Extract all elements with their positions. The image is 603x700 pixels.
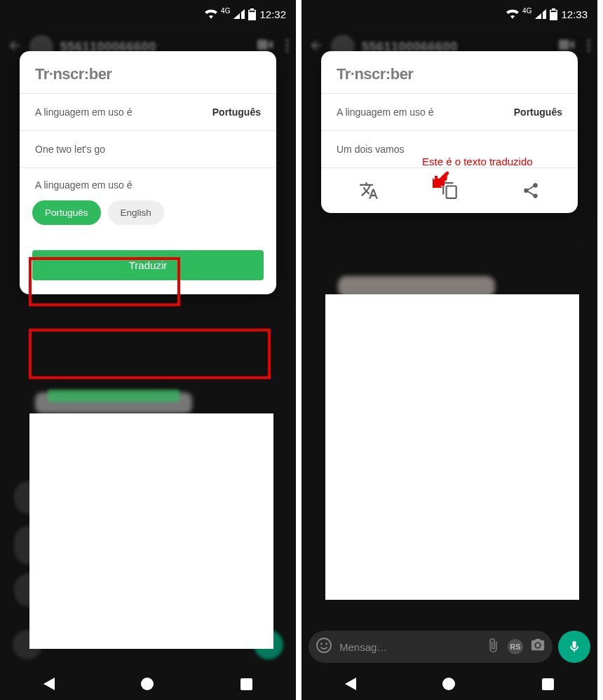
nav-home[interactable] bbox=[442, 678, 455, 690]
status-bar: 4G 12:33 bbox=[302, 0, 597, 28]
android-nav-bar bbox=[0, 668, 296, 700]
compose-bar: Mensag… RS bbox=[309, 630, 590, 664]
network-label: 4G bbox=[221, 7, 230, 15]
phone-screenshot-right: 4G 12:33 5561100066600 Tr·nscr:ber A lin… bbox=[299, 0, 597, 700]
nav-back[interactable] bbox=[43, 678, 55, 690]
transcribed-text: One two let's go bbox=[20, 131, 276, 168]
svg-point-11 bbox=[588, 39, 590, 42]
translate-icon[interactable] bbox=[359, 181, 379, 203]
translate-button[interactable]: Traduzir bbox=[32, 250, 264, 280]
wifi-icon bbox=[506, 9, 519, 19]
language-label: A linguagem em uso é bbox=[337, 107, 434, 118]
white-mask-area bbox=[29, 413, 273, 649]
camera-icon[interactable] bbox=[530, 638, 546, 656]
network-label: 4G bbox=[522, 7, 531, 15]
svg-rect-7 bbox=[552, 8, 555, 10]
transcriber-popup: Tr·nscr:ber A linguagem em uso é Portugu… bbox=[20, 51, 276, 294]
svg-point-20 bbox=[320, 643, 323, 645]
android-nav-bar bbox=[302, 668, 597, 700]
nav-recent[interactable] bbox=[542, 678, 554, 690]
phone-screenshot-left: 4G 12:32 5561100066600 Tr·nscr:ber A bbox=[0, 0, 299, 700]
highlight-box-translate bbox=[29, 329, 271, 379]
chip-portuguese[interactable]: Português bbox=[32, 200, 101, 225]
svg-rect-3 bbox=[257, 40, 268, 50]
nav-recent[interactable] bbox=[240, 678, 252, 690]
svg-point-6 bbox=[286, 49, 289, 52]
signal-icon bbox=[535, 9, 546, 19]
language-label: A linguagem em uso é bbox=[35, 107, 133, 118]
svg-point-4 bbox=[286, 39, 289, 42]
language-chips: Português English bbox=[20, 193, 276, 235]
status-bar: 4G 12:32 bbox=[0, 0, 296, 28]
annotation-text: Este é o texto traduzido bbox=[422, 156, 533, 167]
svg-rect-0 bbox=[250, 8, 254, 10]
svg-point-13 bbox=[588, 49, 590, 52]
nav-back[interactable] bbox=[345, 678, 356, 690]
language-value: Português bbox=[514, 107, 562, 118]
popup-title: Tr·nscr:ber bbox=[35, 65, 261, 83]
target-lang-label: A linguagem em uso é bbox=[20, 168, 276, 193]
svg-rect-9 bbox=[551, 11, 557, 12]
compose-input-pill[interactable]: Mensag… RS bbox=[309, 631, 553, 663]
wifi-icon bbox=[205, 9, 217, 19]
svg-rect-10 bbox=[559, 40, 569, 50]
sticker-rs-icon[interactable]: RS bbox=[508, 639, 523, 654]
status-time: 12:32 bbox=[259, 8, 286, 20]
status-time: 12:33 bbox=[561, 8, 588, 20]
battery-icon bbox=[248, 8, 256, 20]
signal-icon bbox=[233, 9, 245, 19]
svg-rect-2 bbox=[250, 11, 255, 12]
popup-title: Tr·nscr:ber bbox=[337, 65, 562, 83]
attach-icon[interactable] bbox=[485, 638, 501, 656]
bg-button-blur bbox=[48, 390, 179, 402]
menu-icon[interactable] bbox=[285, 39, 289, 55]
mic-button[interactable] bbox=[558, 631, 590, 663]
nav-home[interactable] bbox=[141, 678, 154, 690]
share-icon[interactable] bbox=[522, 181, 540, 203]
menu-icon[interactable] bbox=[587, 39, 590, 55]
compose-placeholder: Mensag… bbox=[339, 641, 478, 653]
battery-icon bbox=[550, 8, 557, 20]
svg-point-12 bbox=[588, 44, 590, 47]
white-mask-area bbox=[325, 294, 579, 600]
chip-english[interactable]: English bbox=[108, 200, 164, 225]
annotation-arrow-icon bbox=[431, 170, 450, 193]
svg-point-19 bbox=[317, 638, 331, 652]
language-value: Português bbox=[212, 107, 261, 118]
svg-point-5 bbox=[286, 44, 289, 47]
emoji-icon[interactable] bbox=[316, 637, 332, 657]
svg-point-21 bbox=[325, 643, 327, 645]
